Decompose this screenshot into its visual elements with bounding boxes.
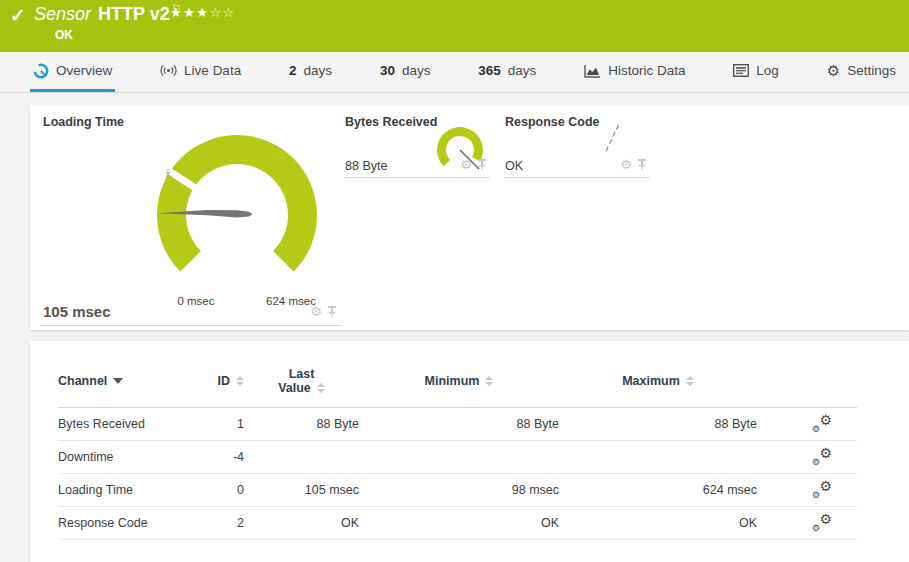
settings-gear-icon: ⚙ (827, 62, 840, 80)
pin-icon[interactable] (327, 306, 337, 318)
tab-label: days (508, 63, 537, 78)
table-row: Response Code 2 OK OK OK ⚙⚙ (58, 507, 857, 540)
column-header-minimum[interactable]: Minimum (425, 374, 494, 388)
stars-filled: ★★★ (170, 5, 209, 20)
channel-actions: ⚙ (310, 306, 337, 318)
tab-30-days[interactable]: 30 days (377, 52, 434, 92)
gauge-icon (33, 63, 49, 79)
channel-value: 88 Byte (345, 159, 387, 173)
response-code-gauge-card: Response Code OK ⚙ (505, 105, 650, 178)
tab-number: 30 (380, 63, 395, 78)
maximum-value (559, 441, 757, 474)
channels-table: Channel ID Last (58, 361, 857, 540)
loading-time-gauge-card: Loading Time x̄ 0 msec 624 msec 105 msec… (40, 105, 341, 326)
loading-time-gauge: x̄ 0 msec 624 msec (137, 115, 337, 315)
gauge-title: Bytes Received (345, 115, 437, 129)
average-marker: x̄ (165, 167, 171, 179)
tab-365-days[interactable]: 365 days (475, 52, 539, 92)
last-value: OK (244, 507, 359, 540)
tab-label: days (304, 63, 333, 78)
channel-settings-icon[interactable]: ⚙⚙ (812, 447, 832, 464)
channel-id: 2 (208, 507, 244, 540)
maximum-value: OK (559, 507, 757, 540)
channel-value: OK (505, 159, 523, 173)
table-row: Bytes Received 1 88 Byte 88 Byte 88 Byte… (58, 408, 857, 441)
last-value: 88 Byte (244, 408, 359, 441)
channel-settings-icon[interactable]: ⚙⚙ (812, 414, 832, 431)
pin-icon[interactable] (637, 159, 647, 171)
minimum-value: 98 msec (359, 474, 559, 507)
sorted-desc-icon (113, 378, 123, 384)
bytes-received-gauge-card: Bytes Received 88 Byte ⚙ (345, 105, 490, 178)
channel-settings-icon[interactable]: ⚙⚙ (812, 480, 832, 497)
channels-table-panel: Channel ID Last (30, 341, 909, 562)
sensor-status-badge: OK (55, 28, 73, 42)
column-label: Channel (58, 374, 107, 388)
maximum-value: 624 msec (559, 474, 757, 507)
sensor-overview-page: ✓ SensorHTTP v2⚐ ★★★☆☆ OK Overview (0, 0, 909, 562)
gear-icon[interactable]: ⚙ (460, 159, 472, 171)
column-header-channel[interactable]: Channel (58, 374, 123, 388)
channel-actions: ⚙ (620, 159, 647, 171)
last-value (244, 441, 359, 474)
sort-icon (485, 376, 493, 386)
table-row: Downtime -4 ⚙⚙ (58, 441, 857, 474)
tab-historic-data[interactable]: Historic Data (581, 52, 688, 92)
gear-icon[interactable]: ⚙ (620, 159, 632, 171)
log-icon (733, 64, 749, 77)
channel-id: -4 (208, 441, 244, 474)
channel-name[interactable]: Bytes Received (58, 408, 208, 441)
tab-label: Log (756, 63, 779, 78)
tab-label: days (402, 63, 431, 78)
tab-overview[interactable]: Overview (30, 52, 115, 92)
tab-settings[interactable]: ⚙ Settings (824, 52, 899, 92)
sort-icon (686, 376, 694, 386)
historic-data-icon (584, 64, 601, 78)
column-header-id[interactable]: ID (218, 374, 245, 388)
last-value: 105 msec (244, 474, 359, 507)
column-header-maximum[interactable]: Maximum (622, 374, 694, 388)
tab-2-days[interactable]: 2 days (286, 52, 335, 92)
column-label: ID (218, 374, 231, 388)
minimum-value: 88 Byte (359, 408, 559, 441)
channel-id: 0 (208, 474, 244, 507)
channel-name[interactable]: Response Code (58, 507, 208, 540)
minimum-value: OK (359, 507, 559, 540)
gauge-title: Loading Time (43, 115, 124, 129)
column-label: Last (244, 367, 359, 381)
status-check-icon: ✓ (10, 4, 26, 27)
priority-stars[interactable]: ★★★☆☆ (170, 5, 236, 20)
channel-id: 1 (208, 408, 244, 441)
tab-live-data[interactable]: Live Data (157, 52, 244, 92)
live-data-icon (160, 64, 177, 77)
tab-number: 365 (478, 63, 501, 78)
tab-label: Settings (847, 63, 896, 78)
sort-icon (236, 376, 244, 386)
gear-icon[interactable]: ⚙ (310, 306, 322, 318)
scale-min-label: 0 msec (177, 295, 214, 307)
column-header-last-value[interactable]: Last Value (244, 367, 359, 395)
channel-name[interactable]: Downtime (58, 441, 208, 474)
channel-name[interactable]: Loading Time (58, 474, 208, 507)
sensor-title: SensorHTTP v2⚐ (34, 4, 182, 25)
stars-empty: ☆☆ (209, 5, 235, 20)
tab-label: Live Data (184, 63, 241, 78)
maximum-value: 88 Byte (559, 408, 757, 441)
tab-number: 2 (289, 63, 297, 78)
sensor-name: HTTP v2 (98, 4, 170, 24)
table-row: Loading Time 0 105 msec 98 msec 624 msec… (58, 474, 857, 507)
pin-icon[interactable] (477, 159, 487, 171)
gauges-panel: Loading Time x̄ 0 msec 624 msec 105 msec… (30, 105, 909, 330)
tab-label: Overview (56, 63, 112, 78)
channel-settings-icon[interactable]: ⚙⚙ (812, 513, 832, 530)
tab-bar: Overview Live Data 2 days 30 days 365 (0, 52, 909, 93)
minimum-value (359, 441, 559, 474)
column-label: Value (278, 381, 311, 395)
sensor-header: ✓ SensorHTTP v2⚐ ★★★☆☆ OK (0, 0, 909, 52)
table-header-row: Channel ID Last (58, 361, 857, 408)
tab-label: Historic Data (608, 63, 685, 78)
scale-max-label: 624 msec (266, 295, 316, 307)
gauge-title: Response Code (505, 115, 599, 129)
tab-log[interactable]: Log (730, 52, 782, 92)
column-label: Maximum (622, 374, 680, 388)
